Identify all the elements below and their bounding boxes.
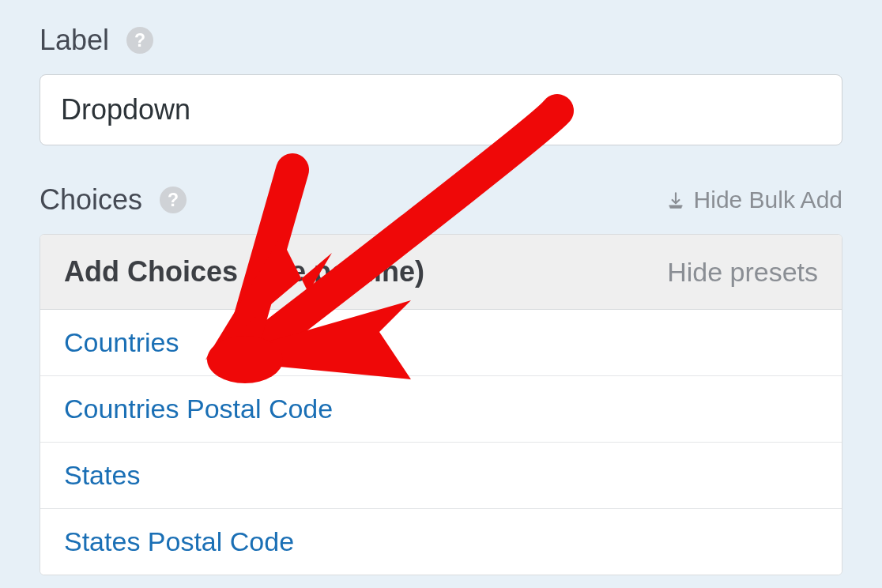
field-options-panel: Label ? Choices ? Hide Bulk Add Add Choi… — [0, 0, 882, 575]
help-icon[interactable]: ? — [160, 187, 187, 213]
preset-list: Countries Countries Postal Code States S… — [40, 310, 842, 575]
label-input[interactable] — [40, 74, 842, 145]
preset-countries[interactable]: Countries — [40, 310, 842, 376]
preset-states[interactable]: States — [40, 443, 842, 509]
help-icon[interactable]: ? — [126, 27, 153, 54]
choices-section-header: Choices ? Hide Bulk Add — [40, 183, 842, 217]
download-icon — [665, 190, 686, 210]
preset-countries-postal-code[interactable]: Countries Postal Code — [40, 376, 842, 443]
preset-states-postal-code[interactable]: States Postal Code — [40, 509, 842, 575]
hide-bulk-add-link[interactable]: Hide Bulk Add — [665, 187, 842, 213]
choices-title: Choices — [40, 183, 142, 217]
bulk-add-label: Hide Bulk Add — [694, 187, 842, 213]
panel-title: Add Choices (one per line) — [64, 255, 424, 288]
label-section-header: Label ? — [40, 24, 842, 57]
label-title: Label — [40, 24, 109, 57]
choices-left: Choices ? — [40, 183, 187, 217]
hide-presets-link[interactable]: Hide presets — [667, 257, 818, 288]
choices-panel: Add Choices (one per line) Hide presets … — [40, 234, 842, 575]
choices-panel-header: Add Choices (one per line) Hide presets — [40, 235, 842, 310]
